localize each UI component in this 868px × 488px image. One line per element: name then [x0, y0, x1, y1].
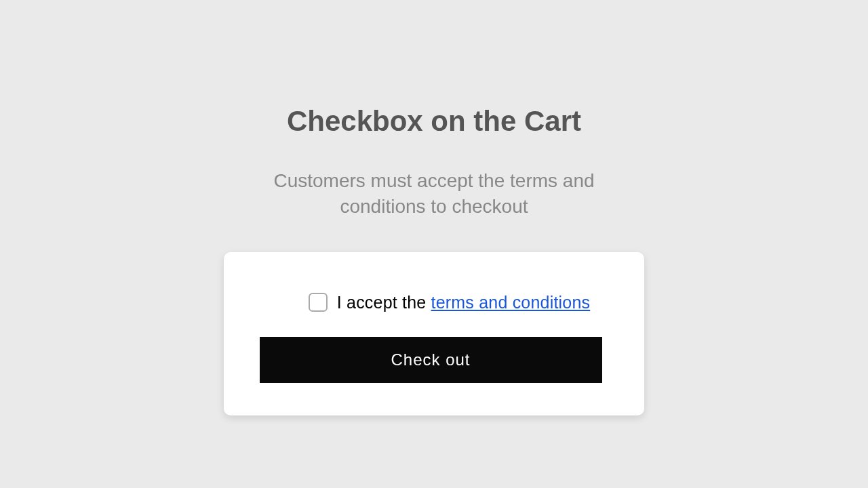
checkout-button[interactable]: Check out	[260, 337, 602, 383]
page-subheading: Customers must accept the terms and cond…	[244, 168, 624, 220]
terms-label: I accept the terms and conditions	[337, 293, 590, 312]
page-heading: Checkbox on the Cart	[287, 105, 581, 138]
terms-link[interactable]: terms and conditions	[431, 293, 591, 312]
terms-checkbox-row: I accept the terms and conditions	[261, 293, 607, 312]
checkout-card: I accept the terms and conditions Check …	[224, 252, 644, 415]
terms-prefix-text: I accept the	[337, 293, 431, 312]
terms-checkbox[interactable]	[309, 293, 328, 312]
